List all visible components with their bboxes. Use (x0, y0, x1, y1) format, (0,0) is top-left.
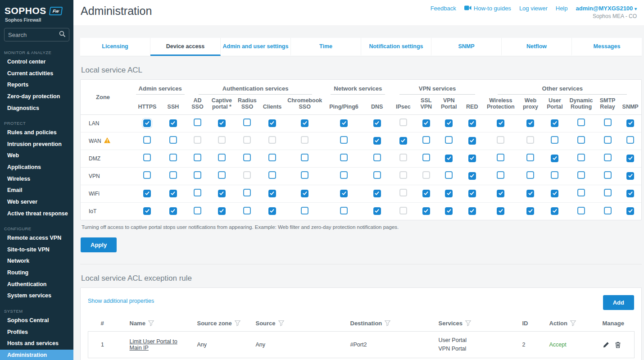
sidebar-item-current-activities[interactable]: Current activities (0, 68, 73, 80)
filter-funnel-icon[interactable] (382, 320, 390, 327)
sidebar-item-applications[interactable]: Applications (0, 162, 73, 173)
header-link-log-viewer[interactable]: Log viewer (519, 5, 548, 12)
acl-checkbox-iot-ssl-vpn[interactable] (422, 207, 430, 215)
acl-checkbox-lan-radius-sso[interactable] (243, 118, 251, 126)
acl-checkbox-vpn-https[interactable] (143, 171, 151, 179)
acl-checkbox-vpn-smtp-relay[interactable] (604, 171, 612, 179)
acl-checkbox-wan-dynamic-routing[interactable] (577, 136, 585, 144)
acl-checkbox-wan-red[interactable] (468, 137, 476, 145)
acl-checkbox-vpn-web-proxy[interactable] (526, 171, 534, 179)
acl-checkbox-wan-dns[interactable] (373, 137, 381, 145)
acl-checkbox-iot-ad-sso[interactable] (194, 207, 201, 214)
sidebar-item-wireless[interactable]: Wireless (0, 173, 73, 185)
sidebar-search[interactable] (4, 28, 69, 41)
acl-checkbox-wifi-wireless-protection[interactable] (497, 190, 504, 197)
sidebar-item-authentication[interactable]: Authentication (0, 279, 73, 291)
acl-checkbox-wan-user-portal[interactable] (551, 136, 558, 144)
acl-checkbox-lan-https[interactable] (143, 119, 151, 127)
acl-checkbox-dmz-https[interactable] (143, 154, 151, 161)
acl-checkbox-wifi-smtp-relay[interactable] (604, 189, 612, 196)
acl-checkbox-dmz-ad-sso[interactable] (194, 154, 201, 161)
acl-checkbox-lan-wireless-protection[interactable] (497, 119, 504, 127)
acl-checkbox-iot-smtp-relay[interactable] (604, 207, 612, 214)
rule-name-link[interactable]: Limit User Portal to Main IP (130, 338, 188, 351)
filter-funnel-icon[interactable] (463, 320, 471, 327)
acl-checkbox-lan-snmp[interactable] (626, 119, 634, 127)
acl-checkbox-iot-vpn-portal[interactable] (445, 207, 453, 215)
acl-checkbox-wifi-captive-portal[interactable] (218, 190, 226, 197)
acl-checkbox-dmz-user-portal[interactable] (551, 155, 558, 162)
acl-checkbox-wifi-vpn-portal[interactable] (445, 190, 453, 197)
acl-checkbox-wifi-https[interactable] (143, 190, 151, 197)
acl-checkbox-dmz-wireless-protection[interactable] (497, 154, 504, 161)
acl-checkbox-dmz-ssh[interactable] (169, 154, 177, 161)
acl-checkbox-lan-dynamic-routing[interactable] (577, 118, 585, 126)
acl-checkbox-wifi-radius-sso[interactable] (243, 189, 251, 196)
acl-checkbox-vpn-chromebook-sso[interactable] (301, 171, 308, 179)
filter-funnel-icon[interactable] (232, 320, 240, 327)
edit-pencil-icon[interactable] (603, 342, 609, 348)
sidebar-item-system-services[interactable]: System services (0, 290, 73, 302)
sidebar-item-control-center[interactable]: Control center (0, 56, 73, 68)
acl-checkbox-lan-vpn-portal[interactable] (445, 119, 453, 127)
acl-checkbox-vpn-vpn-portal[interactable] (445, 171, 453, 179)
acl-checkbox-wan-smtp-relay[interactable] (604, 136, 612, 144)
acl-checkbox-lan-dns[interactable] (373, 119, 381, 127)
acl-checkbox-wifi-snmp[interactable] (626, 190, 634, 197)
tab-time[interactable]: Time (291, 38, 361, 56)
acl-checkbox-iot-chromebook-sso[interactable] (301, 207, 308, 214)
acl-checkbox-iot-radius-sso[interactable] (243, 207, 251, 214)
acl-checkbox-vpn-wireless-protection[interactable] (497, 171, 504, 179)
acl-checkbox-lan-red[interactable] (468, 119, 476, 127)
acl-checkbox-wifi-dns[interactable] (373, 190, 381, 197)
acl-checkbox-dmz-smtp-relay[interactable] (604, 154, 612, 161)
acl-checkbox-vpn-dns[interactable] (373, 171, 381, 179)
acl-checkbox-vpn-captive-portal[interactable] (218, 171, 226, 179)
acl-checkbox-iot-ping-ping6[interactable] (340, 207, 348, 214)
sidebar-item-reports[interactable]: Reports (0, 79, 73, 91)
acl-checkbox-wan-ssh[interactable] (169, 136, 177, 144)
acl-checkbox-vpn-snmp[interactable] (626, 172, 634, 180)
tab-licensing[interactable]: Licensing (80, 38, 150, 56)
sidebar-item-web-server[interactable]: Web server (0, 196, 73, 208)
sidebar-item-diagnostics[interactable]: Diagnostics (0, 103, 73, 114)
acl-checkbox-wifi-ssl-vpn[interactable] (422, 190, 430, 197)
acl-checkbox-lan-chromebook-sso[interactable] (301, 119, 308, 127)
acl-checkbox-vpn-user-portal[interactable] (551, 171, 558, 179)
acl-checkbox-dmz-radius-sso[interactable] (243, 154, 251, 161)
sidebar-item-rules-and-policies[interactable]: Rules and policies (0, 127, 73, 139)
acl-checkbox-dmz-dynamic-routing[interactable] (577, 154, 585, 161)
acl-checkbox-wifi-chromebook-sso[interactable] (301, 190, 308, 197)
acl-checkbox-dmz-ssl-vpn[interactable] (422, 154, 430, 161)
acl-checkbox-lan-clients[interactable] (268, 119, 276, 127)
sidebar-item-active-threat-response[interactable]: Active threat response (0, 208, 73, 220)
filter-funnel-icon[interactable] (567, 320, 576, 327)
acl-checkbox-wifi-dynamic-routing[interactable] (577, 189, 585, 196)
acl-checkbox-dmz-dns[interactable] (373, 154, 381, 161)
acl-checkbox-wifi-red[interactable] (468, 190, 476, 197)
acl-checkbox-lan-web-proxy[interactable] (526, 119, 534, 127)
acl-checkbox-wan-https[interactable] (143, 136, 151, 144)
header-link-feedback[interactable]: Feedback (431, 5, 456, 12)
acl-checkbox-lan-ad-sso[interactable] (194, 118, 201, 126)
add-button[interactable]: Add (603, 295, 634, 310)
acl-checkbox-vpn-ping-ping6[interactable] (340, 171, 348, 179)
acl-checkbox-wan-vpn-portal[interactable] (445, 136, 453, 144)
acl-checkbox-iot-red[interactable] (468, 207, 476, 215)
acl-checkbox-dmz-captive-portal[interactable] (218, 154, 226, 161)
acl-checkbox-wan-ipsec[interactable] (399, 137, 407, 145)
acl-checkbox-iot-clients[interactable] (268, 207, 276, 215)
tab-snmp[interactable]: SNMP (431, 38, 502, 56)
sidebar-item-hosts-and-services[interactable]: Hosts and services (0, 338, 73, 350)
acl-checkbox-wifi-clients[interactable] (268, 190, 276, 197)
tab-messages[interactable]: Messages (572, 38, 642, 56)
sidebar-item-sophos-central[interactable]: Sophos Central (0, 315, 73, 327)
sidebar-item-intrusion-prevention[interactable]: Intrusion prevention (0, 139, 73, 150)
tab-netflow[interactable]: Netflow (502, 38, 572, 56)
acl-checkbox-dmz-vpn-portal[interactable] (445, 155, 453, 162)
acl-checkbox-wan-ssl-vpn[interactable] (422, 136, 430, 144)
sidebar-item-web[interactable]: Web (0, 150, 73, 162)
filter-funnel-icon[interactable] (145, 320, 154, 327)
acl-checkbox-lan-ping-ping6[interactable] (340, 119, 348, 127)
acl-checkbox-wifi-ad-sso[interactable] (194, 189, 201, 196)
